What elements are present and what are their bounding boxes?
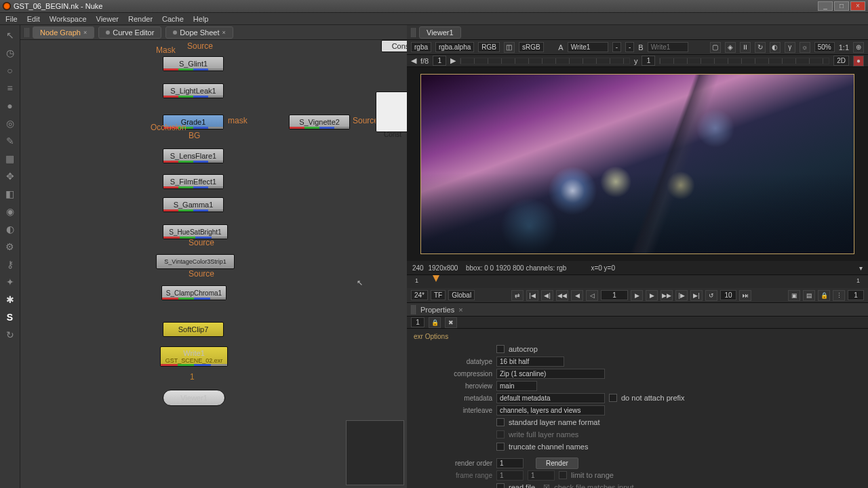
pane-handle[interactable] (24, 28, 30, 37)
tool-eye-icon[interactable]: ◐ (4, 223, 16, 235)
tool-cube-icon[interactable]: ◧ (4, 188, 16, 200)
close-button[interactable]: × (850, 1, 865, 11)
tool-arrow-icon[interactable]: ↖ (4, 29, 16, 41)
std-layer-checkbox[interactable] (496, 418, 505, 426)
gamma-icon[interactable]: γ (785, 42, 795, 53)
datatype-dropdown[interactable]: 16 bit half (496, 357, 564, 367)
props-count[interactable]: 1 (411, 317, 425, 327)
menu-edit[interactable]: Edit (27, 15, 40, 23)
roi-icon[interactable]: ▢ (710, 42, 721, 53)
exposure-slider[interactable] (460, 58, 630, 64)
tab-dope-sheet[interactable]: Dope Sheet× (165, 26, 233, 39)
pause-icon[interactable]: ⏸ (740, 42, 751, 53)
minimize-button[interactable]: _ (818, 1, 833, 11)
render-order-input[interactable]: 1 (496, 458, 524, 468)
frame-range-b-input[interactable]: 1 (528, 470, 555, 481)
metadata-dropdown[interactable]: default metadata (496, 393, 605, 403)
gain-icon[interactable]: ☼ (800, 42, 810, 53)
fstop-value[interactable]: 1 (433, 56, 446, 66)
step-input[interactable]: 10 (720, 290, 736, 300)
node-softclip[interactable]: SoftClip7 (163, 322, 224, 337)
tool-grid-icon[interactable]: ▦ (4, 152, 16, 165)
end-frame-input[interactable]: 1 (848, 290, 864, 300)
node-viewer[interactable]: Viewer1 (163, 390, 225, 406)
node-const1[interactable]: Const (381, 40, 407, 52)
tool-dot-icon[interactable]: ● (4, 100, 16, 112)
node-vignette[interactable]: S_Vignette2 (289, 115, 350, 129)
tool-layers-icon[interactable]: ≡ (4, 82, 16, 94)
current-frame-input[interactable]: 1 (601, 290, 628, 300)
tool-spark-icon[interactable]: ✦ (4, 276, 16, 288)
tool-move-icon[interactable]: ✥ (4, 170, 16, 182)
read-file-checkbox[interactable] (496, 483, 505, 488)
play-back-button[interactable]: ◀◀ (556, 290, 568, 301)
sync-icon[interactable]: ⇄ (511, 290, 524, 301)
tool-wrench-icon[interactable]: ⚙ (4, 241, 16, 253)
tool-clock-icon[interactable]: ◷ (4, 47, 16, 59)
menu-help[interactable]: Help (193, 15, 209, 23)
proxy-icon[interactable]: ◈ (725, 42, 736, 53)
a-input-dropdown[interactable]: Write1 (568, 42, 608, 52)
tf-dropdown[interactable]: TF (431, 290, 446, 300)
settings-icon[interactable]: ⋮ (833, 290, 845, 301)
step-fwd-button[interactable]: ▶ (646, 290, 658, 301)
interleave-dropdown[interactable]: channels, layers and views (496, 405, 605, 415)
node-vintage[interactable]: S_VintageColor3Strip1 (156, 254, 235, 269)
minimap[interactable] (346, 420, 404, 485)
timeline-marker[interactable] (433, 275, 439, 282)
viewer-pane-handle[interactable] (411, 28, 416, 37)
node-lightleak[interactable]: S_LightLeak1 (163, 83, 224, 98)
clip-icon[interactable]: ◫ (504, 42, 515, 53)
refresh-icon[interactable]: ↻ (755, 42, 766, 53)
menu-render[interactable]: Render (128, 15, 153, 23)
status-menu-icon[interactable]: ▾ (859, 264, 863, 272)
a-wipe2-dropdown[interactable]: - (625, 42, 634, 52)
node-const2[interactable] (376, 92, 407, 132)
colorspace-dropdown[interactable]: sRGB (519, 42, 544, 52)
render-button[interactable]: Render (536, 458, 578, 469)
truncate-checkbox[interactable] (496, 443, 505, 451)
zoom-reset-icon[interactable]: ⊕ (853, 42, 864, 53)
props-handle[interactable] (411, 305, 416, 314)
b-input-dropdown[interactable]: Write1 (648, 42, 688, 52)
node-clamp[interactable]: S_ClampChroma1 (161, 285, 226, 300)
skip-button[interactable]: ⏭ (739, 290, 751, 301)
ruler-prev-icon[interactable]: ◀ (411, 56, 416, 65)
props-lock-icon[interactable]: 🔒 (429, 317, 441, 328)
sync-dropdown[interactable]: Global (448, 290, 475, 300)
no-prefix-checkbox[interactable] (609, 394, 617, 402)
step-back-button[interactable]: ◀ (571, 290, 583, 301)
compression-dropdown[interactable]: Zip (1 scanline) (496, 369, 605, 379)
menu-workspace[interactable]: Workspace (50, 15, 87, 23)
tab-node-graph[interactable]: Node Graph× (33, 26, 94, 39)
in-button[interactable]: ▣ (788, 290, 800, 301)
tab-curve-editor[interactable]: Curve Editor (98, 26, 161, 39)
limit-range-checkbox[interactable] (559, 471, 567, 479)
tool-pen-icon[interactable]: ✎ (4, 135, 16, 147)
ab-icon[interactable]: ◐ (770, 42, 781, 53)
write-full-checkbox[interactable] (496, 430, 505, 439)
node-write[interactable]: Write1 GST_SCENE_02.exr (160, 346, 228, 367)
channel-dropdown[interactable]: rgba (411, 42, 431, 52)
y-value[interactable]: 1 (642, 56, 655, 66)
ruler-next-icon[interactable]: ▶ (450, 56, 456, 65)
menu-file[interactable]: File (5, 15, 18, 23)
node-graph[interactable]: Source Mask S_Glint1 S_LightLeak1 Grade1… (20, 40, 407, 488)
play-fwd-button[interactable]: ▶▶ (660, 290, 673, 301)
tool-sphere-icon[interactable]: ◉ (4, 205, 16, 218)
tool-key-icon[interactable]: ⚷ (4, 258, 16, 270)
gamma-slider[interactable] (659, 58, 829, 64)
tool-circle-icon[interactable]: ○ (4, 64, 16, 77)
tool-refresh-icon[interactable]: ↻ (4, 329, 16, 341)
tool-ring-icon[interactable]: ◎ (4, 117, 16, 129)
node-filmeffect[interactable]: S_FilmEffect1 (163, 174, 224, 189)
tab-viewer1[interactable]: Viewer1 (419, 26, 461, 39)
fps-dropdown[interactable]: 24* (411, 290, 428, 300)
timeline[interactable]: 1 1 (407, 274, 868, 288)
out-button[interactable]: ▤ (803, 290, 815, 301)
node-glint[interactable]: S_Glint1 (163, 56, 224, 71)
stop-button[interactable]: ◁ (586, 290, 598, 301)
menu-viewer[interactable]: Viewer (96, 15, 119, 23)
lock-icon[interactable]: 🔒 (818, 290, 830, 301)
mode-dropdown[interactable]: 2D (833, 56, 849, 66)
